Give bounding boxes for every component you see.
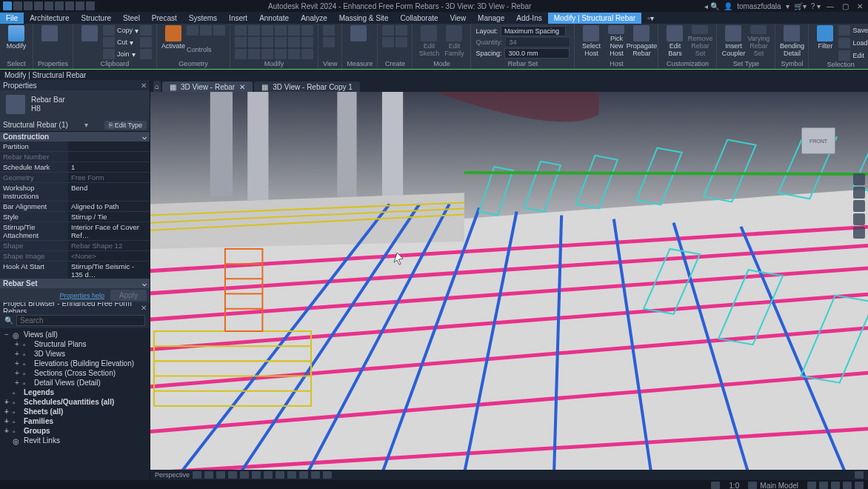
join-label[interactable]: Join	[117, 50, 130, 58]
cart-icon[interactable]: 🛒▾	[794, 2, 807, 10]
tree-schedules-quantities-all-[interactable]: +▫Schedules/Quantities (all)	[0, 397, 150, 407]
prop-row-hook-at-start[interactable]: Hook At StartStirrup/Tie Seismic - 135 d…	[0, 262, 150, 279]
sel-filter-b[interactable]	[819, 482, 828, 489]
tree-revit-links[interactable]: ◎Revit Links	[0, 436, 150, 445]
start-tab[interactable]: ⌂	[153, 81, 161, 92]
revit-logo[interactable]	[3, 1, 12, 10]
menu-view[interactable]: View	[444, 13, 473, 24]
insert-coupler-button[interactable]: Insert Coupler	[721, 25, 745, 58]
expand-icon[interactable]: +	[13, 340, 21, 348]
m11[interactable]	[288, 37, 300, 47]
collapse-icon[interactable]: −	[3, 330, 10, 339]
tree-legends[interactable]: ▫Legends	[0, 387, 150, 397]
expand-icon[interactable]: +	[13, 359, 21, 367]
activate-button[interactable]: Activate	[161, 25, 185, 58]
prop-row-bar-alignment[interactable]: Bar AlignmentAligned to Path	[0, 202, 150, 212]
sel-filter-d[interactable]	[843, 482, 852, 489]
paste-button[interactable]	[78, 25, 101, 58]
nav-zoom-icon[interactable]	[853, 213, 865, 225]
cr-c[interactable]	[382, 37, 394, 47]
menu-overflow[interactable]: ▫▾	[641, 13, 660, 24]
vcb-right-icon[interactable]	[855, 471, 864, 479]
menu-annotate[interactable]: Annotate	[253, 13, 295, 24]
properties-close-icon[interactable]: ✕	[141, 82, 147, 90]
prop-val[interactable]: Free Form	[68, 173, 150, 182]
menu-precast[interactable]: Precast	[146, 13, 183, 24]
menu-file[interactable]: File	[0, 13, 24, 24]
expand-icon[interactable]: +	[13, 379, 21, 387]
prop-row-shape-image[interactable]: Shape Image<None>	[0, 251, 150, 262]
vcb-detail-icon[interactable]	[204, 471, 213, 479]
expand-icon[interactable]: +	[3, 408, 10, 416]
user-name[interactable]: tomaszfudala	[737, 2, 781, 10]
save-sel-icon[interactable]	[838, 25, 850, 36]
instance-selector[interactable]: Structural Rebar (1)	[3, 121, 68, 129]
menu-architecture[interactable]: Architecture	[24, 13, 75, 24]
tree-views-all-[interactable]: −◎Views (all)	[0, 330, 150, 339]
prop-val[interactable]	[68, 142, 150, 151]
prop-val[interactable]: Stirrup/Tie Seismic - 135 d…	[68, 262, 150, 279]
prop-val[interactable]: Aligned to Path	[68, 202, 150, 211]
tab-close-icon[interactable]: ✕	[239, 83, 245, 91]
user-icon[interactable]: 👤	[724, 2, 732, 10]
expand-icon[interactable]: +	[13, 369, 21, 377]
user-dropdown-icon[interactable]: ▾	[786, 2, 789, 10]
expand-icon[interactable]: +	[3, 427, 10, 435]
nav-home-icon[interactable]	[853, 173, 865, 185]
measure-button[interactable]	[347, 25, 370, 58]
edit-type-button[interactable]: ⎘Edit Type	[104, 121, 147, 130]
browser-search-input[interactable]	[16, 315, 145, 326]
cut-icon[interactable]	[103, 25, 115, 36]
construction-category[interactable]: Construction	[3, 133, 49, 141]
status-worksets-icon[interactable]	[711, 482, 720, 489]
rebar-set-category[interactable]: Rebar Set	[3, 279, 38, 287]
sel-filter-c[interactable]	[831, 482, 840, 489]
spacing-input[interactable]	[504, 48, 570, 59]
vcb-scale-icon[interactable]	[193, 471, 201, 479]
prop-val[interactable]	[68, 152, 150, 162]
nav-pan-icon[interactable]	[853, 200, 865, 212]
load-sel[interactable]: Load	[852, 39, 867, 47]
search-icon[interactable]: ◂ 🔍	[704, 2, 719, 10]
prop-row-rebar-number[interactable]: Rebar Number	[0, 152, 150, 162]
clip-b[interactable]	[140, 37, 152, 47]
m14[interactable]	[248, 49, 260, 59]
varying-button[interactable]: Varying Rebar Set	[747, 25, 770, 58]
prop-row-shape[interactable]: ShapeRebar Shape 12	[0, 241, 150, 251]
cr-b[interactable]	[395, 25, 407, 36]
edit-sketch-button[interactable]: Edit Sketch	[417, 25, 441, 58]
tree-structural-plans[interactable]: +▫Structural Plans	[0, 339, 150, 349]
geo-a[interactable]	[187, 25, 198, 36]
cr-a[interactable]	[382, 25, 394, 36]
prop-val[interactable]: Interior Face of Cover Ref…	[68, 222, 150, 240]
clip-a[interactable]	[140, 25, 152, 36]
m3[interactable]	[261, 25, 273, 36]
vcb-style-icon[interactable]	[216, 471, 225, 479]
geo-b[interactable]	[200, 25, 212, 36]
vcb-render-icon[interactable]	[252, 471, 261, 479]
menu-manage[interactable]: Manage	[472, 13, 510, 24]
m15[interactable]	[261, 49, 273, 59]
m17[interactable]	[288, 49, 300, 59]
vcb-reveal-icon[interactable]	[311, 471, 320, 479]
m6[interactable]	[301, 25, 313, 36]
qat-save[interactable]	[24, 1, 33, 10]
qat-print[interactable]	[65, 1, 74, 10]
expand-icon[interactable]: +	[3, 417, 10, 425]
m8[interactable]	[248, 37, 260, 47]
geo-c[interactable]	[213, 25, 225, 36]
qat-redo[interactable]	[55, 1, 64, 10]
pick-new-host-button[interactable]: Pick New Host	[604, 25, 628, 58]
prop-val[interactable]: <None>	[68, 251, 150, 261]
menu-massing-site[interactable]: Massing & Site	[333, 13, 395, 24]
load-sel-icon[interactable]	[838, 38, 850, 48]
properties-button[interactable]	[38, 25, 61, 58]
tree-groups[interactable]: +▫Groups	[0, 426, 150, 436]
vcb-crop-icon[interactable]	[264, 471, 273, 479]
filter-button[interactable]: Filter	[813, 25, 837, 58]
m5[interactable]	[288, 25, 300, 36]
menu-add-ins[interactable]: Add-Ins	[510, 13, 547, 24]
3d-viewport[interactable]: FRONT	[150, 92, 868, 470]
tree-sheets-all-[interactable]: +▫Sheets (all)	[0, 407, 150, 416]
prop-row-schedule-mark[interactable]: Schedule Mark1	[0, 162, 150, 173]
